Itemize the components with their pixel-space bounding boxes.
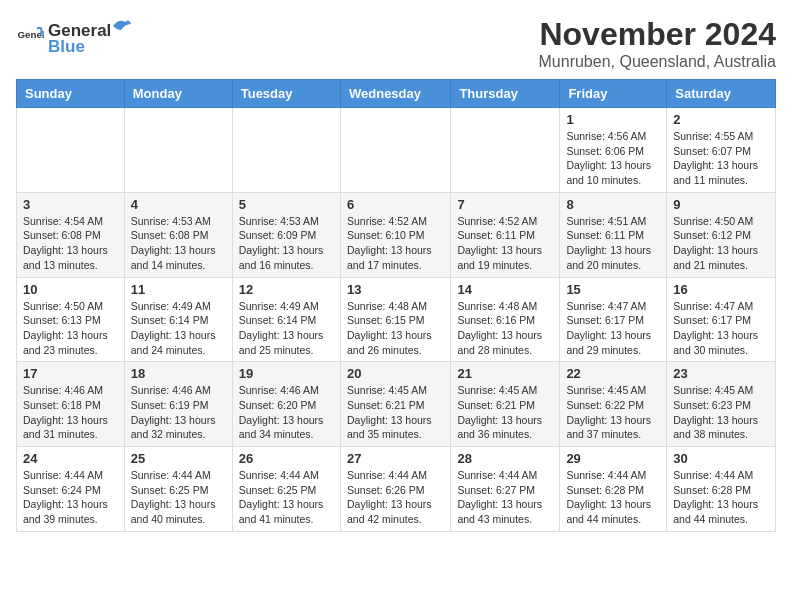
calendar-cell: 8Sunrise: 4:51 AM Sunset: 6:11 PM Daylig… bbox=[560, 192, 667, 277]
day-info: Sunrise: 4:44 AM Sunset: 6:28 PM Dayligh… bbox=[566, 468, 660, 527]
day-info: Sunrise: 4:53 AM Sunset: 6:09 PM Dayligh… bbox=[239, 214, 334, 273]
day-number: 30 bbox=[673, 451, 769, 466]
day-number: 22 bbox=[566, 366, 660, 381]
day-info: Sunrise: 4:52 AM Sunset: 6:11 PM Dayligh… bbox=[457, 214, 553, 273]
calendar-cell: 12Sunrise: 4:49 AM Sunset: 6:14 PM Dayli… bbox=[232, 277, 340, 362]
weekday-header-wednesday: Wednesday bbox=[340, 80, 450, 108]
logo-bird-icon bbox=[111, 16, 133, 36]
day-info: Sunrise: 4:45 AM Sunset: 6:21 PM Dayligh… bbox=[457, 383, 553, 442]
calendar-week-row: 17Sunrise: 4:46 AM Sunset: 6:18 PM Dayli… bbox=[17, 362, 776, 447]
month-title: November 2024 bbox=[539, 16, 776, 53]
calendar-week-row: 3Sunrise: 4:54 AM Sunset: 6:08 PM Daylig… bbox=[17, 192, 776, 277]
calendar-cell: 19Sunrise: 4:46 AM Sunset: 6:20 PM Dayli… bbox=[232, 362, 340, 447]
calendar-cell bbox=[451, 108, 560, 193]
location-subtitle: Munruben, Queensland, Australia bbox=[539, 53, 776, 71]
calendar-cell: 3Sunrise: 4:54 AM Sunset: 6:08 PM Daylig… bbox=[17, 192, 125, 277]
calendar-cell: 17Sunrise: 4:46 AM Sunset: 6:18 PM Dayli… bbox=[17, 362, 125, 447]
calendar-week-row: 1Sunrise: 4:56 AM Sunset: 6:06 PM Daylig… bbox=[17, 108, 776, 193]
calendar-cell: 14Sunrise: 4:48 AM Sunset: 6:16 PM Dayli… bbox=[451, 277, 560, 362]
day-number: 21 bbox=[457, 366, 553, 381]
day-number: 17 bbox=[23, 366, 118, 381]
calendar-week-row: 10Sunrise: 4:50 AM Sunset: 6:13 PM Dayli… bbox=[17, 277, 776, 362]
day-number: 5 bbox=[239, 197, 334, 212]
day-number: 6 bbox=[347, 197, 444, 212]
day-info: Sunrise: 4:53 AM Sunset: 6:08 PM Dayligh… bbox=[131, 214, 226, 273]
day-info: Sunrise: 4:45 AM Sunset: 6:22 PM Dayligh… bbox=[566, 383, 660, 442]
calendar-cell: 1Sunrise: 4:56 AM Sunset: 6:06 PM Daylig… bbox=[560, 108, 667, 193]
day-info: Sunrise: 4:55 AM Sunset: 6:07 PM Dayligh… bbox=[673, 129, 769, 188]
day-info: Sunrise: 4:45 AM Sunset: 6:23 PM Dayligh… bbox=[673, 383, 769, 442]
day-number: 8 bbox=[566, 197, 660, 212]
weekday-header-monday: Monday bbox=[124, 80, 232, 108]
calendar-cell: 20Sunrise: 4:45 AM Sunset: 6:21 PM Dayli… bbox=[340, 362, 450, 447]
calendar-cell bbox=[340, 108, 450, 193]
logo-wordmark: General Blue bbox=[48, 16, 133, 57]
calendar-cell: 24Sunrise: 4:44 AM Sunset: 6:24 PM Dayli… bbox=[17, 447, 125, 532]
day-info: Sunrise: 4:47 AM Sunset: 6:17 PM Dayligh… bbox=[673, 299, 769, 358]
calendar-cell: 26Sunrise: 4:44 AM Sunset: 6:25 PM Dayli… bbox=[232, 447, 340, 532]
day-number: 24 bbox=[23, 451, 118, 466]
day-info: Sunrise: 4:47 AM Sunset: 6:17 PM Dayligh… bbox=[566, 299, 660, 358]
weekday-header-saturday: Saturday bbox=[667, 80, 776, 108]
day-number: 20 bbox=[347, 366, 444, 381]
day-info: Sunrise: 4:46 AM Sunset: 6:19 PM Dayligh… bbox=[131, 383, 226, 442]
day-number: 12 bbox=[239, 282, 334, 297]
day-number: 7 bbox=[457, 197, 553, 212]
calendar-cell: 6Sunrise: 4:52 AM Sunset: 6:10 PM Daylig… bbox=[340, 192, 450, 277]
weekday-header-sunday: Sunday bbox=[17, 80, 125, 108]
calendar-cell: 27Sunrise: 4:44 AM Sunset: 6:26 PM Dayli… bbox=[340, 447, 450, 532]
calendar-cell: 10Sunrise: 4:50 AM Sunset: 6:13 PM Dayli… bbox=[17, 277, 125, 362]
calendar-cell: 2Sunrise: 4:55 AM Sunset: 6:07 PM Daylig… bbox=[667, 108, 776, 193]
day-info: Sunrise: 4:54 AM Sunset: 6:08 PM Dayligh… bbox=[23, 214, 118, 273]
logo: General General Blue bbox=[16, 16, 133, 57]
day-info: Sunrise: 4:48 AM Sunset: 6:15 PM Dayligh… bbox=[347, 299, 444, 358]
calendar-cell: 15Sunrise: 4:47 AM Sunset: 6:17 PM Dayli… bbox=[560, 277, 667, 362]
day-number: 4 bbox=[131, 197, 226, 212]
day-info: Sunrise: 4:52 AM Sunset: 6:10 PM Dayligh… bbox=[347, 214, 444, 273]
day-number: 16 bbox=[673, 282, 769, 297]
day-number: 29 bbox=[566, 451, 660, 466]
day-number: 15 bbox=[566, 282, 660, 297]
day-info: Sunrise: 4:44 AM Sunset: 6:25 PM Dayligh… bbox=[131, 468, 226, 527]
day-number: 14 bbox=[457, 282, 553, 297]
day-number: 19 bbox=[239, 366, 334, 381]
weekday-header-friday: Friday bbox=[560, 80, 667, 108]
calendar-cell: 25Sunrise: 4:44 AM Sunset: 6:25 PM Dayli… bbox=[124, 447, 232, 532]
calendar-cell: 9Sunrise: 4:50 AM Sunset: 6:12 PM Daylig… bbox=[667, 192, 776, 277]
day-info: Sunrise: 4:44 AM Sunset: 6:24 PM Dayligh… bbox=[23, 468, 118, 527]
calendar-cell: 13Sunrise: 4:48 AM Sunset: 6:15 PM Dayli… bbox=[340, 277, 450, 362]
day-info: Sunrise: 4:45 AM Sunset: 6:21 PM Dayligh… bbox=[347, 383, 444, 442]
day-number: 2 bbox=[673, 112, 769, 127]
calendar-cell: 16Sunrise: 4:47 AM Sunset: 6:17 PM Dayli… bbox=[667, 277, 776, 362]
calendar-cell bbox=[124, 108, 232, 193]
day-info: Sunrise: 4:44 AM Sunset: 6:28 PM Dayligh… bbox=[673, 468, 769, 527]
day-info: Sunrise: 4:49 AM Sunset: 6:14 PM Dayligh… bbox=[239, 299, 334, 358]
calendar-cell: 7Sunrise: 4:52 AM Sunset: 6:11 PM Daylig… bbox=[451, 192, 560, 277]
calendar-cell: 29Sunrise: 4:44 AM Sunset: 6:28 PM Dayli… bbox=[560, 447, 667, 532]
day-info: Sunrise: 4:48 AM Sunset: 6:16 PM Dayligh… bbox=[457, 299, 553, 358]
calendar-cell: 4Sunrise: 4:53 AM Sunset: 6:08 PM Daylig… bbox=[124, 192, 232, 277]
page-header: General General Blue November 2024 Munru… bbox=[16, 16, 776, 71]
day-number: 10 bbox=[23, 282, 118, 297]
day-number: 26 bbox=[239, 451, 334, 466]
calendar-cell: 11Sunrise: 4:49 AM Sunset: 6:14 PM Dayli… bbox=[124, 277, 232, 362]
weekday-header-tuesday: Tuesday bbox=[232, 80, 340, 108]
calendar-table: SundayMondayTuesdayWednesdayThursdayFrid… bbox=[16, 79, 776, 532]
day-info: Sunrise: 4:51 AM Sunset: 6:11 PM Dayligh… bbox=[566, 214, 660, 273]
day-info: Sunrise: 4:44 AM Sunset: 6:25 PM Dayligh… bbox=[239, 468, 334, 527]
calendar-cell: 22Sunrise: 4:45 AM Sunset: 6:22 PM Dayli… bbox=[560, 362, 667, 447]
title-area: November 2024 Munruben, Queensland, Aust… bbox=[539, 16, 776, 71]
calendar-cell: 5Sunrise: 4:53 AM Sunset: 6:09 PM Daylig… bbox=[232, 192, 340, 277]
day-number: 28 bbox=[457, 451, 553, 466]
day-info: Sunrise: 4:46 AM Sunset: 6:20 PM Dayligh… bbox=[239, 383, 334, 442]
calendar-week-row: 24Sunrise: 4:44 AM Sunset: 6:24 PM Dayli… bbox=[17, 447, 776, 532]
day-info: Sunrise: 4:46 AM Sunset: 6:18 PM Dayligh… bbox=[23, 383, 118, 442]
weekday-header-thursday: Thursday bbox=[451, 80, 560, 108]
day-info: Sunrise: 4:50 AM Sunset: 6:12 PM Dayligh… bbox=[673, 214, 769, 273]
day-info: Sunrise: 4:44 AM Sunset: 6:26 PM Dayligh… bbox=[347, 468, 444, 527]
day-info: Sunrise: 4:44 AM Sunset: 6:27 PM Dayligh… bbox=[457, 468, 553, 527]
day-number: 3 bbox=[23, 197, 118, 212]
calendar-cell bbox=[232, 108, 340, 193]
day-number: 18 bbox=[131, 366, 226, 381]
day-number: 25 bbox=[131, 451, 226, 466]
